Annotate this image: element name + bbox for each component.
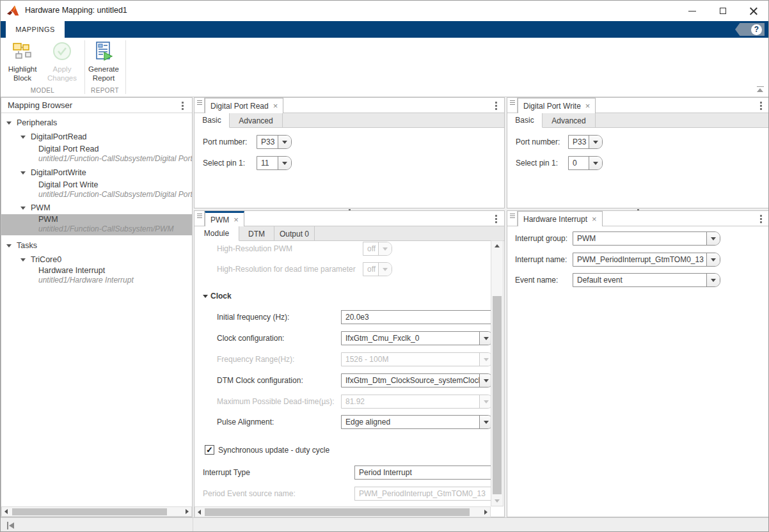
panel-menu-icon[interactable] <box>756 214 765 224</box>
tree-h-scrollbar[interactable] <box>1 506 192 517</box>
chevron-down-icon[interactable] <box>6 244 12 247</box>
mapping-browser-menu-icon[interactable] <box>178 100 187 111</box>
pwm-subtabs: Module DTM Output 0 <box>194 226 504 241</box>
dtm-clock-configuration-dropdown[interactable]: IfxGtm_Dtm_ClockSource_systemClock <box>341 373 491 387</box>
tree-item-tricore0[interactable]: TriCore0 <box>1 253 192 267</box>
tree-item-label: DigitalPortWrite <box>31 168 86 177</box>
pwm-v-scrollbar[interactable] <box>491 240 503 506</box>
tree-item-digitalportwrite[interactable]: DigitalPortWrite <box>1 166 192 180</box>
pulse-alignment-dropdown[interactable]: Edge aligned <box>341 415 491 429</box>
sync-update-checkbox[interactable]: ✓ <box>205 445 214 455</box>
chevron-down-icon <box>203 295 208 298</box>
tab-digital-port-write[interactable]: Digital Port Write × <box>518 98 596 113</box>
tree-item-pwm-group[interactable]: PWM <box>1 201 192 215</box>
scroll-right-icon[interactable] <box>484 510 488 515</box>
interrupt-name-dropdown[interactable]: PWM_PeriodInterrupt_GtmTOM0_13 <box>573 253 720 267</box>
hr-dead-dropdown: off <box>363 262 392 276</box>
scroll-right-icon[interactable] <box>186 509 189 514</box>
panel-drag-handle-icon[interactable] <box>194 211 205 226</box>
chevron-down-icon[interactable] <box>706 253 720 266</box>
initial-frequency-input[interactable]: 20.0e3 <box>341 310 491 324</box>
chevron-down-icon[interactable] <box>589 157 602 169</box>
ribbon-group-report: REPORT <box>84 87 125 94</box>
tree-item-digitalportread[interactable]: DigitalPortRead <box>1 130 192 144</box>
chevron-down-icon[interactable] <box>706 232 720 245</box>
event-name-dropdown[interactable]: Default event <box>573 273 720 287</box>
dropdown-value: 81.92 <box>342 395 479 408</box>
panel-menu-icon[interactable] <box>491 214 500 224</box>
scroll-left-icon[interactable] <box>4 509 8 514</box>
tab-basic[interactable]: Basic <box>194 113 230 128</box>
chevron-down-icon[interactable] <box>278 157 291 169</box>
apply-changes-button: Apply Changes <box>44 39 80 88</box>
tab-pwm[interactable]: PWM × <box>205 211 244 226</box>
tab-module[interactable]: Module <box>194 226 239 241</box>
chevron-down-icon[interactable] <box>479 374 491 387</box>
tab-mappings[interactable]: MAPPINGS <box>6 21 65 38</box>
clock-section-header[interactable]: Clock <box>203 292 232 301</box>
close-button[interactable] <box>739 1 768 21</box>
tree-item-hardware-interrupt[interactable]: Hardware Interrupt untitled1/Hardware In… <box>1 265 192 286</box>
collapse-panel-icon[interactable] <box>7 522 16 529</box>
tab-close-icon[interactable]: × <box>592 216 597 223</box>
generate-report-button[interactable]: Generate Report <box>86 39 122 88</box>
panel-drag-handle-icon[interactable] <box>507 211 518 226</box>
chevron-down-icon[interactable] <box>20 136 26 139</box>
tab-digital-port-read[interactable]: Digital Port Read × <box>205 98 283 113</box>
chevron-down-icon[interactable] <box>479 416 491 428</box>
event-name-label: Event name: <box>515 273 558 287</box>
panel-menu-icon[interactable] <box>491 100 500 111</box>
tab-advanced[interactable]: Advanced <box>543 113 596 128</box>
interrupt-group-dropdown[interactable]: PWM <box>573 231 720 246</box>
chevron-down-icon[interactable] <box>589 136 602 148</box>
clock-configuration-dropdown[interactable]: IfxGtm_Cmu_Fxclk_0 <box>341 331 491 345</box>
pwm-h-scrollbar[interactable] <box>194 506 491 517</box>
tab-dtm[interactable]: DTM <box>239 226 274 241</box>
chevron-down-icon[interactable] <box>20 171 26 175</box>
panel-drag-handle-icon[interactable] <box>194 98 205 113</box>
tree-item-digital-port-write[interactable]: Digital Port Write untitled1/Function-Ca… <box>1 180 192 200</box>
chevron-down-icon[interactable] <box>706 274 720 286</box>
select-pin-label: Select pin 1: <box>516 156 558 170</box>
interrupt-type-combobox[interactable]: Period Interrupt <box>354 465 491 480</box>
chevron-down-icon[interactable] <box>479 332 491 345</box>
port-number-dropdown[interactable]: P33 <box>568 135 603 149</box>
scroll-down-icon[interactable] <box>495 499 500 503</box>
tree-item-tasks[interactable]: Tasks <box>1 239 192 253</box>
select-pin-dropdown[interactable]: 0 <box>568 156 603 170</box>
tab-output-0[interactable]: Output 0 <box>274 226 315 241</box>
chevron-down-icon[interactable] <box>20 207 26 210</box>
select-pin-dropdown[interactable]: 11 <box>257 156 292 170</box>
tab-close-icon[interactable]: × <box>273 103 278 109</box>
tree-item-peripherals[interactable]: Peripherals <box>1 116 192 130</box>
tab-close-icon[interactable]: × <box>234 217 239 223</box>
tab-close-icon[interactable]: × <box>585 103 591 109</box>
tree-item-pwm-selected[interactable]: PWM untitled1/Function-CallSubsystem/PWM <box>1 214 192 235</box>
panel-drag-handle-icon[interactable] <box>507 98 518 113</box>
chevron-down-icon[interactable] <box>20 258 26 262</box>
tree-item-digital-port-read[interactable]: Digital Port Read untitled1/Function-Cal… <box>1 144 192 164</box>
panel-menu-icon[interactable] <box>756 100 765 111</box>
port-number-dropdown[interactable]: P33 <box>257 135 292 149</box>
chevron-down-icon[interactable] <box>278 136 291 148</box>
collapse-toolstrip-button[interactable] <box>756 86 765 94</box>
select-pin-label: Select pin 1: <box>203 156 245 170</box>
scroll-thumb[interactable] <box>493 296 502 494</box>
scroll-left-icon[interactable] <box>198 510 201 515</box>
tree-leaf-name: Digital Port Write <box>38 180 99 189</box>
chevron-down-icon[interactable] <box>6 121 12 125</box>
help-button[interactable]: ? <box>735 23 765 36</box>
maximize-button[interactable] <box>708 1 738 21</box>
tab-advanced[interactable]: Advanced <box>230 113 283 128</box>
scroll-up-icon[interactable] <box>495 244 500 247</box>
dropdown-value: P33 <box>569 136 589 148</box>
minimize-button[interactable] <box>678 1 707 21</box>
dropdown-value: IfxGtm_Cmu_Fxclk_0 <box>342 332 479 345</box>
tab-hardware-interrupt[interactable]: Hardware Interrupt × <box>518 211 603 226</box>
scroll-thumb[interactable] <box>12 508 167 515</box>
highlight-block-button[interactable]: Highlight Block <box>4 39 40 88</box>
tab-basic[interactable]: Basic <box>507 113 543 128</box>
tree-leaf-path: untitled1/Function-CallSubsystem/Digital… <box>38 154 192 163</box>
scroll-thumb[interactable] <box>205 508 470 516</box>
tree-item-label: PWM <box>31 203 51 212</box>
